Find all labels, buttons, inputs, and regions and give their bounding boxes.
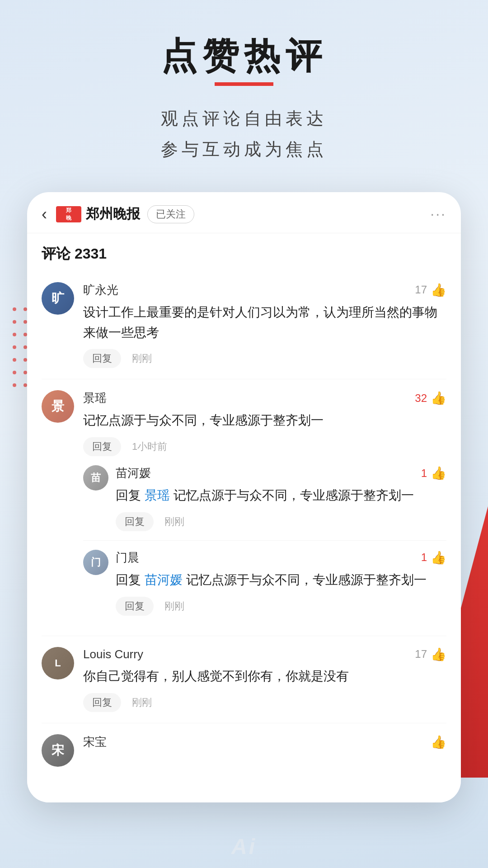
like-icon[interactable]: 👍 bbox=[431, 391, 446, 406]
comment-time: 刚刚 bbox=[132, 352, 152, 365]
comment-time: 刚刚 bbox=[164, 515, 184, 528]
comment-list: 旷 旷永光 17 👍 设计工作上最重要的是针对人们习以为常，认为理所当然的事物来… bbox=[27, 271, 461, 785]
reply-button[interactable]: 回复 bbox=[83, 437, 121, 456]
comment-username: 宋宝 bbox=[83, 734, 107, 750]
comment-count: 评论 2331 bbox=[42, 245, 107, 262]
comment-count-row: 评论 2331 bbox=[27, 233, 461, 271]
reply-item: 苗 苗河媛 1 👍 回复 景瑶 记忆点源于与众不同，专业感源于整齐划一 bbox=[83, 456, 446, 541]
comment-text: 你自己觉得有，别人感觉不到你有，你就是没有 bbox=[83, 666, 446, 687]
like-icon[interactable]: 👍 bbox=[431, 735, 446, 750]
like-icon[interactable]: 👍 bbox=[431, 283, 446, 297]
comment-body: 景瑶 32 👍 记忆点源于与众不同，专业感源于整齐划一 回复 1小时前 bbox=[83, 390, 446, 456]
bottom-fade bbox=[27, 766, 461, 802]
avatar: 旷 bbox=[42, 282, 74, 315]
like-count: 17 bbox=[415, 283, 427, 296]
comment-time: 1小时前 bbox=[132, 440, 167, 453]
like-icon[interactable]: 👍 bbox=[431, 466, 446, 481]
reply-button[interactable]: 回复 bbox=[83, 693, 121, 712]
reply-button[interactable]: 回复 bbox=[116, 512, 154, 531]
comment-text: 记忆点源于与众不同，专业感源于整齐划一 bbox=[83, 410, 446, 431]
comment-username: 苗河媛 bbox=[116, 465, 151, 481]
comment-text: 回复 苗河媛 记忆点源于与众不同，专业感源于整齐划一 bbox=[116, 570, 446, 590]
like-count: 1 bbox=[421, 551, 427, 564]
comment-item: L Louis Curry 17 👍 你自己觉得有，别人感觉不到你有，你就是没有… bbox=[42, 636, 446, 723]
main-title: 点赞热评 bbox=[161, 36, 327, 76]
subtitle: 观点评论自由表达 参与互动成为焦点 bbox=[0, 103, 488, 165]
like-icon[interactable]: 👍 bbox=[431, 647, 446, 662]
mention: 景瑶 bbox=[145, 488, 170, 502]
comment-username: 旷永光 bbox=[83, 282, 118, 298]
comment-time: 刚刚 bbox=[132, 696, 152, 709]
comment-text: 设计工作上最重要的是针对人们习以为常，认为理所当然的事物来做一些思考 bbox=[83, 302, 446, 343]
comment-body: 苗河媛 1 👍 回复 景瑶 记忆点源于与众不同，专业感源于整齐划一 回复 bbox=[116, 465, 446, 531]
comment-username: Louis Curry bbox=[83, 647, 143, 661]
back-button[interactable]: ‹ bbox=[42, 205, 47, 224]
phone-mockup: ‹ 郑晚 郑州晚报 已关注 ··· 评论 2331 旷 旷永光 17 👍 bbox=[27, 192, 461, 802]
title-underline bbox=[215, 82, 273, 86]
account-name: 郑州晚报 bbox=[86, 205, 140, 223]
avatar: 门 bbox=[83, 550, 108, 575]
mention: 苗河媛 bbox=[145, 573, 183, 587]
like-count: 1 bbox=[421, 467, 427, 480]
avatar: L bbox=[42, 647, 74, 679]
comment-body: 旷永光 17 👍 设计工作上最重要的是针对人们习以为常，认为理所当然的事物来做一… bbox=[83, 282, 446, 368]
reply-button[interactable]: 回复 bbox=[116, 597, 154, 616]
more-button[interactable]: ··· bbox=[430, 206, 446, 222]
reply-button[interactable]: 回复 bbox=[83, 349, 121, 368]
comment-text: 回复 景瑶 记忆点源于与众不同，专业感源于整齐划一 bbox=[116, 486, 446, 506]
comment-item: 旷 旷永光 17 👍 设计工作上最重要的是针对人们习以为常，认为理所当然的事物来… bbox=[42, 271, 446, 380]
ai-label: Ai bbox=[231, 834, 257, 859]
account-logo: 郑晚 bbox=[56, 206, 81, 222]
reply-list: 苗 苗河媛 1 👍 回复 景瑶 记忆点源于与众不同，专业感源于整齐划一 bbox=[83, 456, 446, 625]
hero-section: 点赞热评 观点评论自由表达 参与互动成为焦点 bbox=[0, 0, 488, 192]
app-header: ‹ 郑晚 郑州晚报 已关注 ··· bbox=[27, 192, 461, 233]
avatar: 宋 bbox=[42, 734, 74, 767]
reply-item: 门 门晨 1 👍 回复 苗河媛 记忆点源于与众不同，专业感源于整齐划一 bbox=[83, 541, 446, 625]
avatar: 苗 bbox=[83, 465, 108, 491]
comment-time: 刚刚 bbox=[164, 599, 184, 613]
follow-button[interactable]: 已关注 bbox=[147, 205, 194, 223]
avatar: 景 bbox=[42, 390, 74, 423]
comment-body: 门晨 1 👍 回复 苗河媛 记忆点源于与众不同，专业感源于整齐划一 回复 bbox=[116, 550, 446, 616]
like-icon[interactable]: 👍 bbox=[431, 550, 446, 565]
comment-username: 景瑶 bbox=[83, 390, 107, 406]
comment-username: 门晨 bbox=[116, 550, 139, 566]
comment-body: Louis Curry 17 👍 你自己觉得有，别人感觉不到你有，你就是没有 回… bbox=[83, 647, 446, 712]
comment-body: 宋宝 👍 bbox=[83, 734, 446, 755]
like-count: 17 bbox=[415, 648, 427, 660]
comment-item: 景 景瑶 32 👍 记忆点源于与众不同，专业感源于整齐划一 回复 1小时前 bbox=[42, 379, 446, 636]
like-count: 32 bbox=[415, 392, 427, 405]
